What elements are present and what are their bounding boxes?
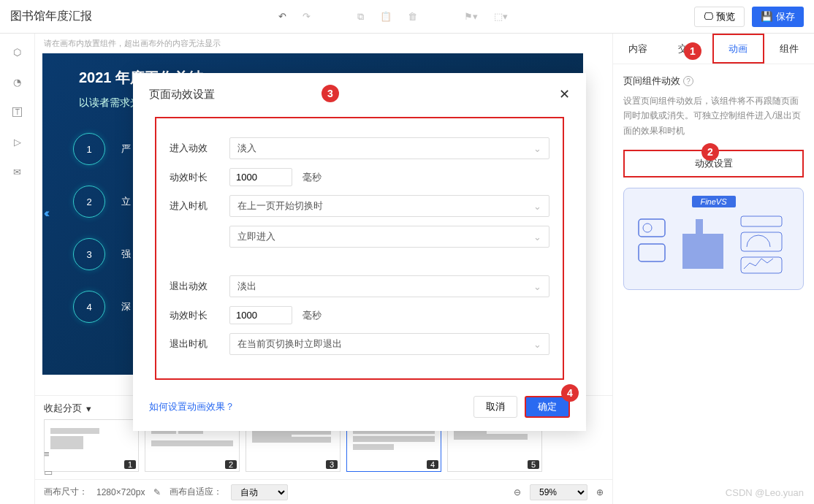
enter-timing-select-2[interactable]: 立即进入⌄ xyxy=(229,226,549,248)
illustration: FineVS xyxy=(623,188,804,290)
chevron-down-icon: ⌄ xyxy=(533,201,541,212)
toolbar-center: ↶ ↷ ⧉ 📋 🗑 ⚑▾ ⬚▾ xyxy=(92,11,694,23)
chart-icon[interactable]: ◔ xyxy=(13,77,21,88)
canvas-fit-label: 画布自适应： xyxy=(170,486,222,498)
exit-effect-select[interactable]: 淡出⌄ xyxy=(229,275,549,297)
cancel-button[interactable]: 取消 xyxy=(473,396,517,418)
help-icon[interactable]: ? xyxy=(683,76,693,86)
redo-icon[interactable]: ↷ xyxy=(303,11,311,22)
exit-timing-label: 退出时机 xyxy=(170,337,219,351)
bullet-1: 1 xyxy=(73,133,105,165)
unit-ms2: 毫秒 xyxy=(303,309,322,322)
text-icon[interactable]: 🅃 xyxy=(12,107,22,118)
paste-icon[interactable]: 📋 xyxy=(380,11,392,22)
svg-rect-5 xyxy=(741,216,782,226)
chevron-down-icon: ⌄ xyxy=(533,281,541,292)
help-link[interactable]: 如何设置动画效果？ xyxy=(149,400,235,413)
bullet-2: 2 xyxy=(73,186,105,218)
annotation-badge-3: 3 xyxy=(322,85,339,102)
tab-animation[interactable]: 动画 xyxy=(712,34,765,64)
zoom-select[interactable]: 59% xyxy=(530,484,587,500)
chevron-down-icon: ⌄ xyxy=(533,143,541,154)
exit-effect-label: 退出动效 xyxy=(170,280,219,293)
right-panel: 内容 交互 动画 组件 页间组件动效 ? 设置页间组件动效后，该组件将不再跟随页… xyxy=(612,34,814,504)
statusbar: 画布尺寸： 1280×720px ✎ 画布自适应： 自动 ⊖ 59% ⊕ xyxy=(35,479,612,504)
undo-icon[interactable]: ↶ xyxy=(278,11,286,22)
annotation-badge-1: 1 xyxy=(684,42,701,60)
page-title: 图书馆年度汇报 xyxy=(10,9,92,24)
mail-icon[interactable]: ✉ xyxy=(13,167,21,177)
canvas-size-label: 画布尺寸： xyxy=(44,486,88,498)
zoom-out-icon[interactable]: ⊖ xyxy=(514,487,521,497)
annotation-badge-2: 2 xyxy=(701,143,719,161)
collapse-pages[interactable]: 收起分页 xyxy=(44,402,82,415)
svg-rect-1 xyxy=(696,219,703,234)
preview-label: 预览 xyxy=(716,10,735,23)
topbar: 图书馆年度汇报 ↶ ↷ ⧉ 📋 🗑 ⚑▾ ⬚▾ 🖵 预览 💾 保存 xyxy=(0,0,814,34)
annotation-badge-4: 4 xyxy=(561,384,579,402)
media-icon[interactable]: ▷ xyxy=(14,137,21,148)
enter-duration-input[interactable] xyxy=(229,168,292,186)
unit-ms: 毫秒 xyxy=(303,171,322,184)
illus-brand: FineVS xyxy=(692,196,736,207)
svg-rect-6 xyxy=(741,232,782,251)
svg-rect-4 xyxy=(639,244,665,261)
thumb-1[interactable]: 1 xyxy=(44,419,139,472)
canvas-hint: 请在画布内放置组件，超出画布外的内容无法显示 xyxy=(35,34,612,53)
right-tabs: 内容 交互 动画 组件 xyxy=(613,34,814,64)
save-button[interactable]: 💾 保存 xyxy=(752,7,804,27)
tab-content[interactable]: 内容 xyxy=(613,34,663,64)
watermark: CSDN @Leo.yuan xyxy=(726,487,804,498)
save-icon: 💾 xyxy=(761,11,773,22)
section-title: 页间组件动效 ? xyxy=(623,75,804,88)
bullet-4: 4 xyxy=(73,291,105,323)
enter-effect-select[interactable]: 淡入⌄ xyxy=(229,137,549,159)
monitor-icon: 🖵 xyxy=(704,11,713,22)
exit-duration-input[interactable] xyxy=(229,306,292,324)
tab-component[interactable]: 组件 xyxy=(764,34,814,64)
layers-icon[interactable]: ⬚▾ xyxy=(494,11,508,22)
exit-duration-label: 动效时长 xyxy=(170,309,219,322)
enter-timing-select-1[interactable]: 在上一页开始切换时⌄ xyxy=(229,195,549,217)
modal-title: 页面动效设置 xyxy=(149,88,215,102)
screen-icon[interactable]: ▭ xyxy=(44,467,53,478)
cube-icon[interactable]: ⬡ xyxy=(13,47,21,58)
chevron-down-icon[interactable]: ▾ xyxy=(86,403,91,414)
form-box: 进入动效 淡入⌄ 动效时长 毫秒 进入时机 在上一页开始切换时⌄ 立即进入⌄ 退… xyxy=(155,117,564,380)
chevron-down-icon: ⌄ xyxy=(533,339,541,350)
left-toolbar: ⬡ ◔ 🅃 ▷ ✉ xyxy=(0,34,35,504)
copy-icon[interactable]: ⧉ xyxy=(357,11,364,23)
section-desc: 设置页间组件动效后，该组件将不再跟随页面同时加载或消失。可独立控制组件进入/退出… xyxy=(623,93,804,138)
arrow-left-icon[interactable]: ‹‹‹ xyxy=(44,207,47,220)
zoom-in-icon[interactable]: ⊕ xyxy=(596,487,604,497)
chevron-down-icon: ⌄ xyxy=(533,232,541,243)
enter-timing-label: 进入时机 xyxy=(170,199,219,213)
bullet-3: 3 xyxy=(73,238,105,270)
animation-settings-modal: 页面动效设置 ✕ 进入动效 淡入⌄ 动效时长 毫秒 进入时机 在上一页开始切换时… xyxy=(133,73,586,431)
enter-duration-label: 动效时长 xyxy=(170,171,219,184)
canvas-size-value: 1280×720px xyxy=(96,487,145,497)
preview-button[interactable]: 🖵 预览 xyxy=(694,7,745,27)
fit-select[interactable]: 自动 xyxy=(231,484,288,500)
delete-icon[interactable]: 🗑 xyxy=(408,11,417,22)
stack-icon[interactable]: ≡ xyxy=(44,448,53,459)
enter-effect-label: 进入动效 xyxy=(170,142,219,155)
exit-timing-select[interactable]: 在当前页切换时立即退出⌄ xyxy=(229,333,549,355)
flag-icon[interactable]: ⚑▾ xyxy=(464,11,478,22)
svg-point-3 xyxy=(643,224,652,232)
svg-rect-0 xyxy=(682,234,723,269)
edit-size-icon[interactable]: ✎ xyxy=(153,487,161,497)
close-icon[interactable]: ✕ xyxy=(559,86,570,102)
save-label: 保存 xyxy=(776,10,795,23)
